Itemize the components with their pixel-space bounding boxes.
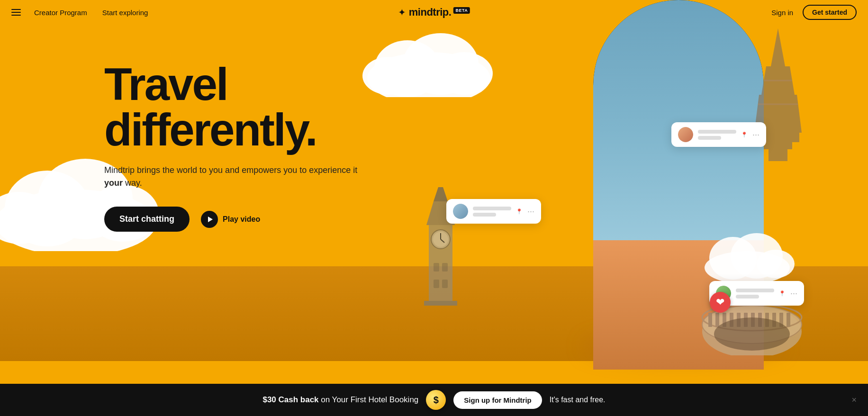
nav-links: Creator Program Start exploring: [34, 9, 148, 17]
chat-line: [736, 289, 774, 292]
chat-line: [473, 213, 496, 217]
chat-line: [473, 207, 511, 210]
chat-line: [698, 130, 736, 134]
svg-point-3: [436, 52, 493, 95]
svg-rect-17: [769, 149, 787, 161]
play-icon: [201, 211, 218, 228]
avatar-image-1: [453, 204, 468, 219]
svg-point-4: [362, 57, 415, 95]
chat-card-1[interactable]: 📍 ···: [446, 199, 541, 224]
svg-rect-32: [442, 280, 448, 288]
logo-text: mindtrip.BETA: [409, 6, 470, 18]
cloud-top: [360, 26, 497, 97]
hamburger-menu[interactable]: [11, 9, 21, 16]
svg-rect-49: [787, 313, 790, 327]
hero-buttons: Start chatting Play video: [104, 207, 370, 232]
get-started-button[interactable]: Get started: [803, 5, 857, 20]
more-icon[interactable]: ···: [527, 207, 534, 217]
hero-content: Travel differently. Mindtrip brings the …: [104, 62, 370, 232]
start-chatting-button[interactable]: Start chatting: [104, 207, 190, 232]
banner-fast-text: It's fast and free.: [550, 396, 606, 404]
hero-subtitle: Mindtrip brings the world to you and emp…: [104, 164, 370, 190]
chat-lines-2: [698, 130, 736, 140]
chat-card-2[interactable]: 📍 ···: [671, 122, 766, 147]
chat-line: [736, 295, 759, 298]
heart-icon: ❤: [716, 296, 724, 308]
svg-rect-16: [764, 142, 792, 149]
hamburger-line: [11, 12, 21, 13]
avatar-1: [453, 204, 468, 219]
pin-icon: 📍: [741, 132, 748, 138]
hamburger-line: [11, 15, 21, 16]
nav-start-exploring[interactable]: Start exploring: [102, 9, 148, 17]
navbar: Creator Program Start exploring ✦ mindtr…: [0, 0, 868, 25]
love-badge: ❤: [710, 292, 731, 313]
beta-badge: BETA: [453, 7, 470, 14]
avatar-image-2: [678, 127, 693, 142]
svg-rect-38: [708, 313, 712, 327]
nav-creator-program[interactable]: Creator Program: [34, 9, 87, 17]
svg-rect-39: [715, 313, 719, 327]
pin-icon: 📍: [516, 208, 523, 215]
banner-close-button[interactable]: ×: [851, 395, 857, 405]
svg-marker-28: [434, 187, 448, 201]
cloud-arch: [700, 230, 795, 282]
hero-title: Travel differently.: [104, 62, 370, 153]
svg-rect-31: [434, 280, 439, 288]
svg-rect-30: [442, 263, 448, 271]
svg-point-13: [757, 250, 795, 278]
chat-line: [698, 136, 721, 140]
logo-star-icon: ✦: [398, 7, 406, 18]
svg-point-50: [714, 317, 790, 351]
coin-icon: $: [426, 390, 446, 410]
chat-lines-3: [736, 289, 774, 298]
more-icon[interactable]: ···: [790, 289, 797, 298]
svg-rect-33: [424, 301, 457, 306]
hero-background: ❤ 📍 ··· 📍 ··· 📍 ···: [0, 0, 868, 389]
nav-logo: ✦ mindtrip.BETA: [398, 6, 470, 18]
pin-icon: 📍: [779, 290, 786, 297]
signin-link[interactable]: Sign in: [771, 9, 793, 17]
bottom-banner: $30 Cash back on Your First Hotel Bookin…: [0, 384, 868, 416]
more-icon[interactable]: ···: [752, 130, 760, 140]
chat-lines-1: [473, 207, 511, 217]
banner-signup-button[interactable]: Sign up for Mindtrip: [453, 391, 542, 409]
play-video-button[interactable]: Play video: [201, 211, 260, 228]
avatar-2: [678, 127, 693, 142]
svg-rect-29: [434, 263, 439, 271]
nav-right: Sign in Get started: [771, 5, 857, 20]
hamburger-line: [11, 9, 21, 10]
cashback-text: $30 Cash back on Your First Hotel Bookin…: [262, 395, 418, 405]
